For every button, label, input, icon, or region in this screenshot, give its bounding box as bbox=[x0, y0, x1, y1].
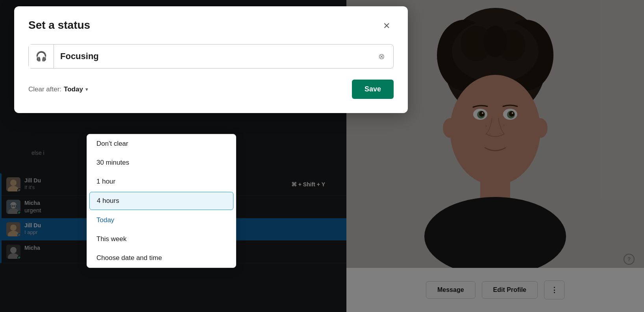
clear-after-dropdown[interactable]: Today ▾ bbox=[64, 85, 88, 93]
headphones-icon: 🎧 bbox=[35, 51, 47, 62]
save-button[interactable]: Save bbox=[352, 80, 394, 99]
dropdown-item-dont-clear[interactable]: Don't clear bbox=[87, 134, 236, 153]
dropdown-item-4hours[interactable]: 4 hours bbox=[89, 192, 233, 210]
dropdown-item-this-week[interactable]: This week bbox=[87, 230, 236, 249]
modal-title: Set a status bbox=[28, 19, 90, 32]
modal-close-button[interactable]: ✕ bbox=[379, 19, 394, 33]
close-icon: ✕ bbox=[383, 21, 390, 31]
chevron-down-icon: ▾ bbox=[85, 87, 88, 92]
clear-after-dropdown-menu: Don't clear 30 minutes 1 hour 4 hours To… bbox=[87, 134, 236, 268]
clear-status-button[interactable]: ⊗ bbox=[374, 49, 389, 63]
dropdown-item-choose-datetime[interactable]: Choose date and time bbox=[87, 249, 236, 267]
clear-after-label: Clear after: bbox=[28, 85, 61, 93]
modal-header: Set a status ✕ bbox=[28, 19, 394, 33]
clear-after-value: Today bbox=[64, 85, 83, 93]
dropdown-item-1hour[interactable]: 1 hour bbox=[87, 172, 236, 191]
clear-icon: ⊗ bbox=[378, 52, 385, 61]
clear-after-row: Clear after: Today ▾ Save bbox=[28, 80, 394, 99]
dropdown-item-30min[interactable]: 30 minutes bbox=[87, 153, 236, 172]
clear-after-control: Clear after: Today ▾ bbox=[28, 85, 88, 93]
set-status-modal: Set a status ✕ 🎧 ⊗ Clear after: Today ▾ … bbox=[14, 6, 408, 113]
status-text-input[interactable] bbox=[54, 45, 374, 68]
dropdown-item-today[interactable]: Today bbox=[87, 211, 236, 230]
emoji-picker-button[interactable]: 🎧 bbox=[29, 45, 54, 68]
status-input-row: 🎧 ⊗ bbox=[28, 44, 394, 69]
